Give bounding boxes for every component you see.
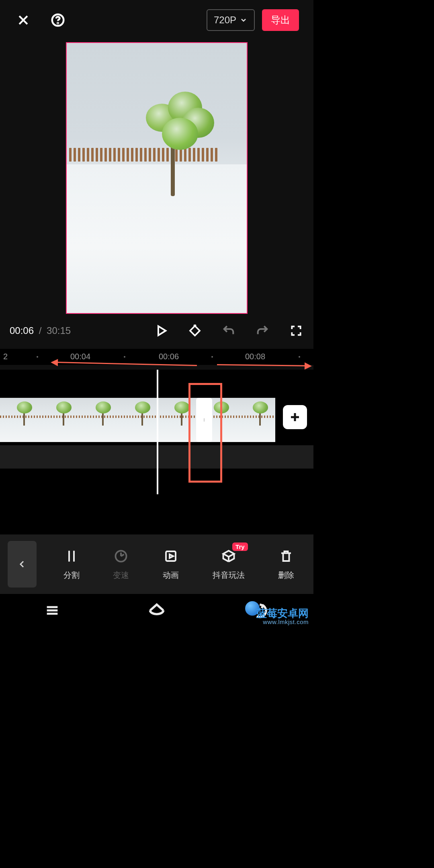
clip-thumb[interactable] <box>0 398 39 442</box>
watermark-url: www.lmkjst.com <box>256 619 309 625</box>
fullscreen-icon[interactable] <box>289 323 304 338</box>
tool-label: 变速 <box>113 570 129 581</box>
clip-thumb[interactable] <box>118 398 158 442</box>
timeline-area <box>0 370 313 534</box>
tool-bar: 分割 变速 动画 Try 抖音玩法 <box>0 534 313 594</box>
duration: 30:15 <box>47 325 71 336</box>
tool-douyin-effects[interactable]: Try 抖音玩法 <box>213 548 245 581</box>
resolution-select[interactable]: 720P <box>207 9 255 31</box>
svg-point-1 <box>57 23 58 24</box>
top-bar: 720P 导出 <box>0 0 313 40</box>
animation-icon <box>163 548 179 564</box>
add-clip-button[interactable] <box>283 405 307 429</box>
ruler-dot <box>124 356 125 358</box>
current-time: 00:06 <box>10 325 34 336</box>
speed-icon <box>113 548 129 564</box>
help-icon[interactable] <box>49 11 67 29</box>
clip-thumb[interactable] <box>236 398 275 442</box>
transition-handle[interactable] <box>196 398 212 442</box>
ruler-dot <box>299 356 300 358</box>
clip-thumb[interactable] <box>39 398 79 442</box>
ruler-dot <box>211 356 213 358</box>
tool-speed: 变速 <box>113 548 129 581</box>
tool-label: 抖音玩法 <box>213 570 245 581</box>
ruler-mark: 00:04 <box>70 352 90 361</box>
timeline-ruler[interactable]: 2 00:04 00:06 00:08 <box>0 349 313 365</box>
playhead[interactable] <box>157 370 158 494</box>
time-separator: / <box>37 325 44 336</box>
split-icon <box>63 548 80 564</box>
tool-split[interactable]: 分割 <box>63 548 80 581</box>
delete-icon <box>278 548 294 564</box>
clip-thumb[interactable] <box>79 398 118 442</box>
chevron-down-icon <box>240 16 248 24</box>
watermark: 蓝莓安卓网 www.lmkjst.com <box>256 608 309 625</box>
ruler-dot <box>37 356 38 358</box>
preview-frame <box>66 42 248 314</box>
tool-animation[interactable]: 动画 <box>163 548 179 581</box>
tool-label: 删除 <box>278 570 294 581</box>
export-button[interactable]: 导出 <box>262 9 299 31</box>
play-icon[interactable] <box>154 323 169 338</box>
video-preview[interactable] <box>0 40 313 316</box>
nav-recents-icon[interactable] <box>43 601 62 620</box>
nav-home-icon[interactable] <box>147 601 166 620</box>
keyframe-icon[interactable] <box>187 323 203 338</box>
ruler-mark: 00:06 <box>159 352 179 361</box>
ruler-mark: 00:08 <box>245 352 265 361</box>
close-icon[interactable] <box>14 11 32 29</box>
time-display: 00:06 / 30:15 <box>10 325 71 336</box>
tool-label: 动画 <box>163 570 179 581</box>
try-badge: Try <box>232 542 248 551</box>
redo-icon[interactable] <box>255 323 270 338</box>
resolution-label: 720P <box>214 14 236 26</box>
tool-label: 分割 <box>63 570 80 581</box>
tool-delete[interactable]: 删除 <box>278 548 294 581</box>
clip-track[interactable] <box>0 398 275 442</box>
watermark-title: 蓝莓安卓网 <box>256 608 309 619</box>
undo-icon[interactable] <box>221 323 236 338</box>
tools-back-button[interactable] <box>8 541 37 588</box>
play-bar: 00:06 / 30:15 <box>0 318 313 343</box>
clip-thumb[interactable] <box>157 398 197 442</box>
ruler-edge: 2 <box>3 352 8 361</box>
